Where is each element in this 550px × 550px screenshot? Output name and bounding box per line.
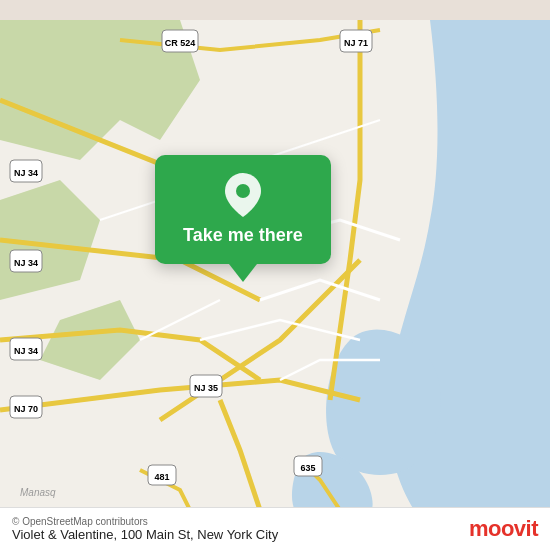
bottom-bar: © OpenStreetMap contributors Violet & Va… xyxy=(0,507,550,550)
location-pin-icon xyxy=(221,173,265,217)
svg-text:Manasq: Manasq xyxy=(20,487,56,498)
popup-box: Take me there xyxy=(155,155,331,264)
popup: Take me there xyxy=(155,155,331,282)
svg-text:635: 635 xyxy=(300,463,315,473)
svg-text:481: 481 xyxy=(154,472,169,482)
svg-text:NJ 34: NJ 34 xyxy=(14,168,38,178)
svg-text:NJ 35: NJ 35 xyxy=(194,383,218,393)
svg-text:NJ 34: NJ 34 xyxy=(14,346,38,356)
svg-text:NJ 70: NJ 70 xyxy=(14,404,38,414)
location-text: Violet & Valentine, 100 Main St, New Yor… xyxy=(12,527,278,542)
moovit-logo-text: moovit xyxy=(469,516,538,542)
svg-point-22 xyxy=(236,184,250,198)
copyright-text: © OpenStreetMap contributors xyxy=(12,516,278,527)
bottom-bar-info: © OpenStreetMap contributors Violet & Va… xyxy=(12,516,278,542)
moovit-logo: moovit xyxy=(469,516,538,542)
svg-text:NJ 34: NJ 34 xyxy=(14,258,38,268)
popup-triangle xyxy=(229,264,257,282)
take-me-there-button[interactable]: Take me there xyxy=(183,225,303,246)
map-container: NJ 34 NJ 34 NJ 34 NJ 70 NJ 71 NJ 71 NJ 3… xyxy=(0,0,550,550)
svg-text:NJ 71: NJ 71 xyxy=(344,38,368,48)
svg-text:CR 524: CR 524 xyxy=(165,38,196,48)
